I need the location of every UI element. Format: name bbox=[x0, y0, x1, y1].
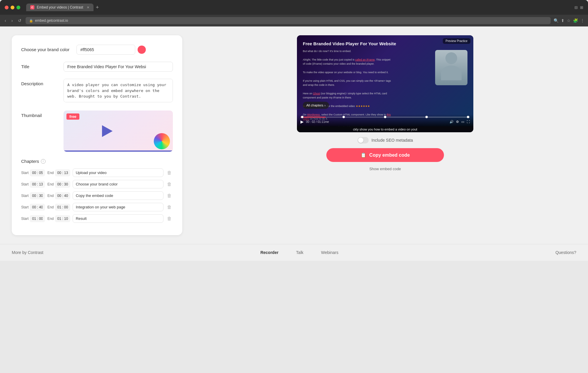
back-button[interactable]: ‹ bbox=[4, 17, 7, 24]
extension-icon[interactable]: 🧩 bbox=[573, 18, 578, 23]
chapter-end-input[interactable] bbox=[55, 215, 70, 222]
play-pause-button[interactable]: ▶ bbox=[300, 119, 304, 124]
chapter-time-end-group: End bbox=[47, 204, 70, 211]
chapter-start-input[interactable] bbox=[30, 169, 45, 176]
thumbnail-free-badge: free bbox=[66, 113, 79, 120]
color-wheel-icon bbox=[154, 133, 170, 149]
show-embed-code-link[interactable]: Show embed code bbox=[369, 167, 401, 171]
forward-button[interactable]: › bbox=[10, 17, 14, 24]
chapter-start-input[interactable] bbox=[30, 204, 45, 211]
thumbnail-label: Thumbnail bbox=[21, 111, 56, 118]
chapter-end-input[interactable] bbox=[55, 204, 70, 211]
maximize-window-btn[interactable] bbox=[16, 6, 20, 9]
menu-icon[interactable]: ⋮ bbox=[580, 18, 584, 23]
chapter-title-input[interactable] bbox=[73, 168, 163, 177]
brand-color-row: Choose your brand color bbox=[21, 45, 173, 55]
browser-titlebar: C Embed your videos | Contrast ✕ + ⊟ ⊞ bbox=[0, 0, 588, 15]
chapters-section: Chapters i Start End 🗑 Start bbox=[21, 159, 173, 226]
video-controls: ▶ 00 : 02 / 01:11me 🔊 ⚙ ▭ ⛶ bbox=[297, 114, 473, 126]
chapter-delete-button[interactable]: 🗑 bbox=[166, 180, 173, 188]
chapter-end-input[interactable] bbox=[55, 169, 70, 176]
seo-label: Include SEO metadata bbox=[372, 138, 413, 143]
thumbnail-wrap-outer: free bbox=[64, 111, 173, 152]
settings-icon[interactable]: ⚙ bbox=[456, 120, 459, 124]
footer-more-by-contrast[interactable]: More by Contrast bbox=[12, 250, 43, 255]
fullscreen-icon[interactable]: ⛶ bbox=[467, 120, 470, 123]
active-tab[interactable]: C Embed your videos | Contrast ✕ bbox=[26, 4, 93, 11]
chapter-title-input[interactable] bbox=[73, 180, 163, 188]
play-icon bbox=[102, 125, 113, 137]
share-icon[interactable]: ⬆ bbox=[561, 18, 564, 23]
chapter-title-input[interactable] bbox=[73, 214, 163, 223]
chapter-dot-4 bbox=[425, 116, 428, 118]
person-placeholder bbox=[435, 50, 467, 85]
chapters-info-icon[interactable]: i bbox=[41, 159, 46, 164]
traffic-lights bbox=[5, 6, 20, 9]
video-overlay-nav[interactable]: Preview Practice bbox=[443, 38, 470, 44]
footer-recorder-link[interactable]: Recorder bbox=[260, 250, 278, 255]
chapter-dot-1 bbox=[301, 116, 303, 118]
address-bar[interactable]: 🔒 embed.getcontrast.io bbox=[26, 17, 551, 24]
title-input-wrap bbox=[64, 62, 173, 72]
volume-icon[interactable]: 🔊 bbox=[450, 120, 454, 124]
chapter-start-input[interactable] bbox=[30, 215, 45, 222]
end-label: End bbox=[47, 194, 54, 198]
tab-bar: C Embed your videos | Contrast ✕ + bbox=[26, 4, 571, 11]
title-input[interactable] bbox=[64, 62, 173, 72]
minimize-window-btn[interactable] bbox=[11, 6, 14, 9]
chapter-end-input[interactable] bbox=[55, 192, 70, 199]
thumbnail-row: Thumbnail free bbox=[21, 111, 173, 152]
chapter-time-end-group: End bbox=[47, 169, 70, 176]
right-panel: Free Branded Video Player For Your Websi… bbox=[194, 35, 576, 171]
copy-embed-label: Copy embed code bbox=[369, 153, 410, 158]
chapter-time-start-group: Start bbox=[21, 215, 45, 222]
chapter-dot-3 bbox=[384, 116, 386, 118]
new-tab-button[interactable]: + bbox=[96, 4, 99, 11]
url-display: embed.getcontrast.io bbox=[35, 19, 68, 23]
description-input[interactable]: A video player you can customize using y… bbox=[64, 79, 173, 102]
chapter-delete-button[interactable]: 🗑 bbox=[166, 169, 173, 177]
tab-favicon: C bbox=[30, 5, 34, 9]
chapter-title-input[interactable] bbox=[73, 191, 163, 200]
cc-icon[interactable]: ▭ bbox=[461, 120, 464, 124]
chapters-list: Start End 🗑 Start End 🗑 Start bbox=[21, 168, 173, 226]
right-controls: 🔊 ⚙ ▭ ⛶ bbox=[450, 120, 470, 124]
chapter-delete-button[interactable]: 🗑 bbox=[166, 192, 173, 200]
footer-questions-link[interactable]: Questions? bbox=[555, 250, 576, 255]
page-content: Choose your brand color Title Descriptio… bbox=[0, 26, 588, 244]
all-chapters-button[interactable]: All chapters › bbox=[303, 102, 329, 109]
close-window-btn[interactable] bbox=[5, 6, 9, 9]
footer: More by Contrast Recorder Talk Webinars … bbox=[0, 244, 588, 261]
zoom-icon[interactable]: 🔍 bbox=[554, 18, 559, 23]
window-control-minimize[interactable]: ⊟ bbox=[574, 5, 578, 10]
footer-talk-link[interactable]: Talk bbox=[296, 250, 303, 255]
chapter-end-input[interactable] bbox=[55, 181, 70, 188]
chapter-delete-button[interactable]: 🗑 bbox=[166, 215, 173, 223]
brand-color-input[interactable] bbox=[76, 45, 135, 55]
video-progress-bar[interactable] bbox=[300, 117, 470, 118]
reload-button[interactable]: ↺ bbox=[17, 17, 23, 24]
chapter-dot-5 bbox=[467, 116, 469, 118]
chapter-time-start-group: Start bbox=[21, 192, 45, 199]
start-label: Start bbox=[21, 194, 29, 198]
footer-webinars-link[interactable]: Webinars bbox=[321, 250, 338, 255]
bookmark-icon[interactable]: ☆ bbox=[567, 18, 571, 23]
video-background: Free Branded Video Player For Your Websi… bbox=[297, 35, 473, 126]
description-row: Description A video player you can custo… bbox=[21, 79, 173, 103]
end-label: End bbox=[47, 217, 54, 221]
tab-close-btn[interactable]: ✕ bbox=[87, 6, 89, 9]
window-control-expand[interactable]: ⊞ bbox=[580, 5, 583, 10]
chapter-row: Start End 🗑 bbox=[21, 191, 173, 200]
seo-toggle[interactable] bbox=[358, 137, 369, 143]
chapter-title-input[interactable] bbox=[73, 203, 163, 211]
toggle-knob bbox=[358, 138, 363, 143]
chapter-time-start-group: Start bbox=[21, 204, 45, 211]
chapter-start-input[interactable] bbox=[30, 181, 45, 188]
color-swatch[interactable] bbox=[138, 46, 146, 54]
chapters-label: Chapters i bbox=[21, 159, 173, 164]
chapter-start-input[interactable] bbox=[30, 192, 45, 199]
start-label: Start bbox=[21, 171, 29, 175]
video-inner: Free Branded Video Player For Your Websi… bbox=[297, 35, 473, 132]
chapter-delete-button[interactable]: 🗑 bbox=[166, 203, 173, 211]
copy-embed-button[interactable]: 📋 Copy embed code bbox=[326, 148, 444, 162]
